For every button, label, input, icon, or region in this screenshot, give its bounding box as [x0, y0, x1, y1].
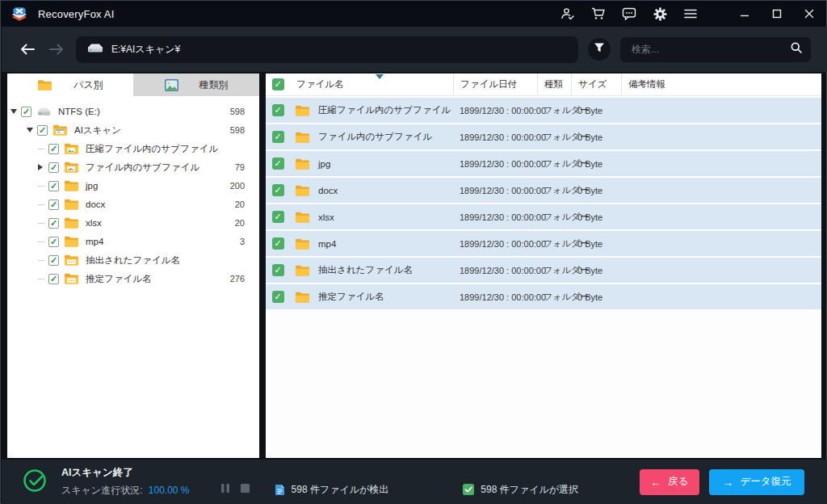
table-row[interactable]: ✓xlsx1899/12/30 : 00:00:00フォルダー0 Byte [266, 204, 821, 229]
tree-connector [38, 223, 48, 224]
path-field[interactable]: E:¥AIスキャン¥ [76, 36, 578, 63]
settings-gear-icon[interactable] [652, 6, 668, 22]
tree-item[interactable]: ✓mp43 [7, 233, 259, 250]
folder-icon [295, 131, 310, 144]
table-row[interactable]: ✓mp41899/12/30 : 00:00:00フォルダー0 Byte [266, 231, 821, 256]
tree-connector [38, 149, 48, 149]
sort-indicator-icon[interactable] [376, 74, 384, 79]
recover-data-button[interactable]: → データ復元 [709, 469, 804, 495]
tree-checkbox[interactable]: ✓ [48, 237, 59, 247]
file-date: 1899/12/30 : 00:00:00 [453, 239, 537, 249]
row-checkbox[interactable]: ✓ [272, 211, 284, 223]
folder-image-icon [64, 142, 79, 155]
tree-expander-icon[interactable] [38, 164, 48, 170]
tab-by-type[interactable]: 種類別 [133, 74, 259, 96]
tree-item[interactable]: ✓AIスキャン598 [7, 121, 259, 139]
select-all-checkbox[interactable]: ✓ [266, 78, 290, 90]
sidebar-tabs: パス別 種類別 [7, 74, 259, 96]
forward-nav-icon[interactable] [47, 40, 66, 59]
tree-item-count: 200 [230, 181, 259, 191]
table-row[interactable]: ✓圧縮ファイル内のサブファイル1899/12/30 : 00:00:00フォルダ… [266, 98, 821, 123]
tree-item-count: 276 [230, 274, 259, 284]
tree-item-count: 3 [240, 237, 259, 246]
search-input[interactable] [632, 44, 790, 55]
tree-item-label: mp4 [86, 237, 103, 246]
close-button[interactable] [800, 5, 818, 23]
progress-value: 100.00 % [149, 485, 190, 496]
back-button[interactable]: ← 戻る [640, 469, 699, 495]
menu-icon[interactable] [682, 6, 699, 22]
titlebar-actions [560, 5, 818, 23]
tree-item[interactable]: ✓抽出されたファイル名 [7, 251, 259, 269]
tree-expander-icon[interactable] [27, 128, 37, 132]
column-note[interactable]: 備考情報 [621, 74, 821, 95]
tab-by-path[interactable]: パス別 [7, 74, 133, 96]
recover-arrow-icon: → [722, 476, 733, 489]
table-row[interactable]: ✓jpg1899/12/30 : 00:00:00フォルダー0 Byte [266, 151, 821, 176]
filter-button[interactable] [588, 38, 611, 61]
file-table-panel: ✓ ファイル名 ファイル日付 種類 サイズ 備考情報 ✓圧縮ファイル内のサブファ… [266, 74, 821, 458]
tree-expander-icon[interactable] [10, 109, 21, 114]
current-path: E:¥AIスキャン¥ [111, 43, 180, 57]
scan-status-text: AIスキャン終了 スキャン進行状況: 100.00 % [61, 466, 190, 498]
table-row[interactable]: ✓ファイル内のサブファイル1899/12/30 : 00:00:00フォルダー0… [266, 124, 821, 149]
statusbar: AIスキャン終了 スキャン進行状況: 100.00 % 598 件ファイルが検出 [2, 460, 827, 504]
minimize-button[interactable] [736, 5, 754, 23]
column-type[interactable]: 種類 [537, 74, 571, 95]
column-size[interactable]: サイズ [571, 74, 621, 95]
feedback-icon[interactable] [621, 6, 637, 22]
tree-checkbox[interactable]: ✓ [21, 107, 31, 117]
file-size: 0 Byte [571, 132, 621, 142]
row-checkbox[interactable]: ✓ [272, 104, 284, 116]
tree-connector [38, 260, 48, 261]
tree-checkbox[interactable]: ✓ [48, 255, 59, 266]
table-row[interactable]: ✓推定ファイル名1899/12/30 : 00:00:00フォルダー0 Byte [266, 284, 821, 309]
tree-item[interactable]: ✓xlsx20 [7, 214, 259, 232]
table-row[interactable]: ✓docx1899/12/30 : 00:00:00フォルダー0 Byte [266, 178, 821, 203]
row-checkbox[interactable]: ✓ [272, 184, 284, 196]
file-icon [275, 484, 285, 496]
filter-funnel-icon [594, 42, 605, 57]
tree-checkbox[interactable]: ✓ [48, 144, 59, 154]
file-size: 0 Byte [571, 159, 621, 169]
file-date: 1899/12/30 : 00:00:00 [453, 186, 537, 195]
tree-checkbox[interactable]: ✓ [48, 274, 59, 284]
tree-item[interactable]: ✓推定ファイル名276 [7, 270, 259, 288]
tree-item[interactable]: ✓ファイル内のサブファイル79 [7, 158, 259, 176]
row-checkbox[interactable]: ✓ [272, 264, 284, 276]
file-name: docx [318, 186, 338, 195]
row-checkbox[interactable]: ✓ [272, 291, 284, 303]
file-name: jpg [318, 159, 330, 169]
table-row[interactable]: ✓抽出されたファイル名1899/12/30 : 00:00:00フォルダー0 B… [266, 258, 821, 283]
file-name: 推定ファイル名 [318, 291, 384, 303]
tree-item-label: 推定ファイル名 [86, 273, 152, 285]
tree-checkbox[interactable]: ✓ [48, 181, 59, 191]
column-file-name[interactable]: ファイル名 [290, 74, 453, 95]
back-nav-icon[interactable] [18, 40, 37, 59]
account-icon[interactable] [560, 6, 576, 22]
folder-card-icon [64, 272, 79, 285]
file-date: 1899/12/30 : 00:00:00 [453, 106, 537, 116]
maximize-button[interactable] [768, 5, 786, 23]
folder-chart-icon [64, 161, 79, 174]
tree-checkbox[interactable]: ✓ [37, 125, 48, 136]
row-checkbox[interactable]: ✓ [272, 237, 284, 250]
tree-item[interactable]: ✓NTFS (E:)598 [7, 103, 259, 120]
column-file-date[interactable]: ファイル日付 [453, 74, 537, 95]
tree-checkbox[interactable]: ✓ [48, 218, 59, 229]
pause-icon[interactable] [220, 482, 230, 497]
row-checkbox[interactable]: ✓ [272, 131, 284, 143]
tree-item[interactable]: ✓圧縮ファイル内のサブファイル [7, 140, 259, 158]
tab-by-type-label: 種類別 [199, 78, 229, 92]
cart-icon[interactable] [590, 6, 607, 22]
stop-icon[interactable] [240, 482, 250, 497]
tree-item-count: 20 [235, 218, 259, 228]
tree-connector [38, 242, 48, 242]
tree-item[interactable]: ✓docx20 [7, 195, 259, 213]
search-icon[interactable] [790, 41, 803, 57]
tree-checkbox[interactable]: ✓ [48, 200, 59, 210]
drive-icon [87, 42, 103, 57]
row-checkbox[interactable]: ✓ [272, 158, 284, 170]
tree-item[interactable]: ✓jpg200 [7, 177, 259, 195]
tree-checkbox[interactable]: ✓ [48, 162, 59, 173]
